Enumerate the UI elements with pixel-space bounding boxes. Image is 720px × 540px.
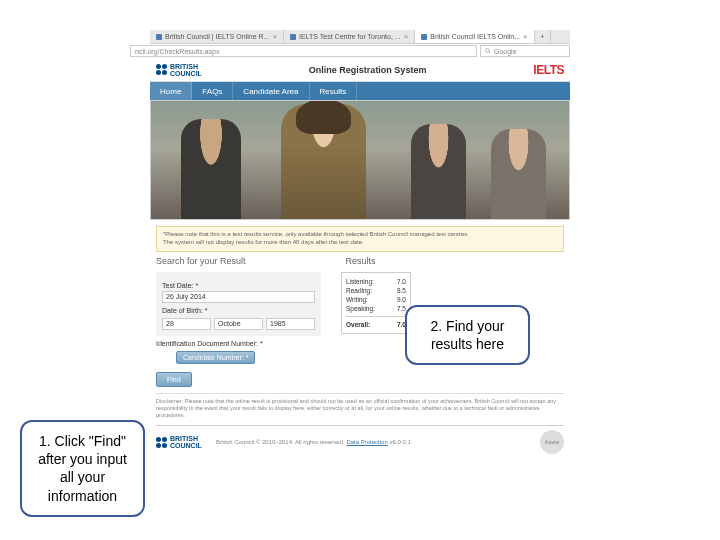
hero-person	[281, 104, 366, 219]
data-protection-link[interactable]: Data Protection	[346, 439, 387, 445]
page-footer: BRITISHCOUNCIL British Council © 2010–20…	[156, 425, 564, 454]
dob-month-select[interactable]: Octobe	[214, 318, 263, 330]
search-icon	[485, 48, 491, 54]
results-box: Listening:7.0 Reading:8.5 Writing:9.0 Sp…	[341, 272, 411, 334]
page-content: BRITISHCOUNCIL Online Registration Syste…	[150, 58, 570, 454]
input-value: 1985	[270, 320, 286, 327]
tab-label: IELTS Test Centre for Toronto, ...	[299, 33, 401, 40]
nav-home[interactable]: Home	[150, 82, 192, 100]
browser-tab-active[interactable]: British Council IELTS Onlin...×	[415, 30, 534, 43]
close-icon[interactable]: ×	[523, 32, 528, 41]
search-section-title: Search for your Result	[156, 256, 246, 266]
result-label: Writing:	[346, 295, 368, 304]
browser-tab-strip: British Council | IELTS Online R...× IEL…	[150, 30, 570, 44]
favicon-icon	[290, 34, 296, 40]
address-bar: ncil.org/CheckResults.aspx Google	[130, 44, 570, 58]
nav-faqs[interactable]: FAQs	[192, 82, 233, 100]
hero-person	[491, 129, 546, 219]
results-column: Listening:7.0 Reading:8.5 Writing:9.0 Sp…	[341, 272, 411, 336]
bc-text-1: BRITISH	[170, 63, 202, 70]
british-council-logo: BRITISHCOUNCIL	[156, 63, 202, 77]
bc-text: COUNCIL	[170, 442, 202, 449]
page-title: Online Registration System	[309, 65, 427, 75]
input-value: Octobe	[218, 320, 241, 327]
favicon-icon	[421, 34, 427, 40]
dob-label: Date of Birth: *	[162, 307, 315, 314]
footer-bc-logo: BRITISHCOUNCIL	[156, 435, 202, 449]
ielts-logo: IELTS	[533, 63, 564, 77]
page-header: BRITISHCOUNCIL Online Registration Syste…	[150, 58, 570, 82]
bc-text: BRITISH	[170, 435, 202, 442]
test-date-label: Test Date: *	[162, 282, 315, 289]
results-section-title: Results	[346, 256, 376, 266]
dob-day-select[interactable]: 28	[162, 318, 211, 330]
browser-tab[interactable]: IELTS Test Centre for Toronto, ...×	[284, 30, 415, 43]
new-tab-button[interactable]: +	[535, 30, 551, 43]
dob-year-select[interactable]: 1985	[266, 318, 315, 330]
browser-search-input[interactable]: Google	[480, 45, 570, 57]
tab-label: British Council IELTS Onlin...	[430, 33, 520, 40]
result-label: Speaking:	[346, 304, 375, 313]
svg-line-1	[489, 52, 491, 54]
close-icon[interactable]: ×	[404, 32, 409, 41]
test-date-input[interactable]: 26 July 2014	[162, 291, 315, 303]
main-nav: Home FAQs Candidate Area Results	[150, 82, 570, 100]
section-headers: Search for your Result Results	[150, 252, 570, 270]
favicon-icon	[156, 34, 162, 40]
hero-image	[150, 100, 570, 220]
tab-label: British Council | IELTS Online R...	[165, 33, 269, 40]
browser-tab[interactable]: British Council | IELTS Online R...×	[150, 30, 284, 43]
url-input[interactable]: ncil.org/CheckResults.aspx	[130, 45, 477, 57]
copyright-text: British Council © 2010–2014. All rights …	[216, 439, 411, 445]
hero-person	[181, 119, 241, 219]
result-value: 8.5	[397, 286, 406, 295]
search-form: Test Date: * 26 July 2014 Date of Birth:…	[156, 272, 321, 336]
result-value: 7.5	[397, 304, 406, 313]
result-label: Reading:	[346, 286, 372, 295]
bc-dots-icon	[156, 64, 167, 75]
callout-step-2: 2. Find your results here	[405, 305, 530, 365]
result-label: Listening:	[346, 277, 374, 286]
bc-text-2: COUNCIL	[170, 70, 202, 77]
close-icon[interactable]: ×	[272, 32, 277, 41]
candidate-number-button[interactable]: Candidate Number: *	[176, 351, 255, 364]
notice-banner: *Please note that this is a test results…	[156, 226, 564, 252]
input-value: 26 July 2014	[166, 293, 206, 300]
notice-line: The system will not display results for …	[163, 239, 557, 247]
svg-point-0	[486, 49, 490, 53]
result-label: Overall:	[346, 320, 370, 329]
notice-line: *Please note that this is a test results…	[163, 231, 557, 239]
bc-dots-icon	[156, 437, 167, 448]
nav-candidate-area[interactable]: Candidate Area	[233, 82, 309, 100]
search-placeholder: Google	[494, 48, 517, 55]
result-value: 9.0	[397, 295, 406, 304]
nav-results[interactable]: Results	[310, 82, 358, 100]
find-button[interactable]: Find	[156, 372, 192, 387]
input-value: 28	[166, 320, 174, 327]
hero-person	[411, 124, 466, 219]
result-value: 7.0	[397, 277, 406, 286]
thawte-badge-icon: thawte	[540, 430, 564, 454]
disclaimer-text: Disclaimer: Please note that the online …	[156, 393, 564, 419]
callout-step-1: 1. Click "Find" after you input all your…	[20, 420, 145, 517]
url-text: ncil.org/CheckResults.aspx	[135, 48, 219, 55]
